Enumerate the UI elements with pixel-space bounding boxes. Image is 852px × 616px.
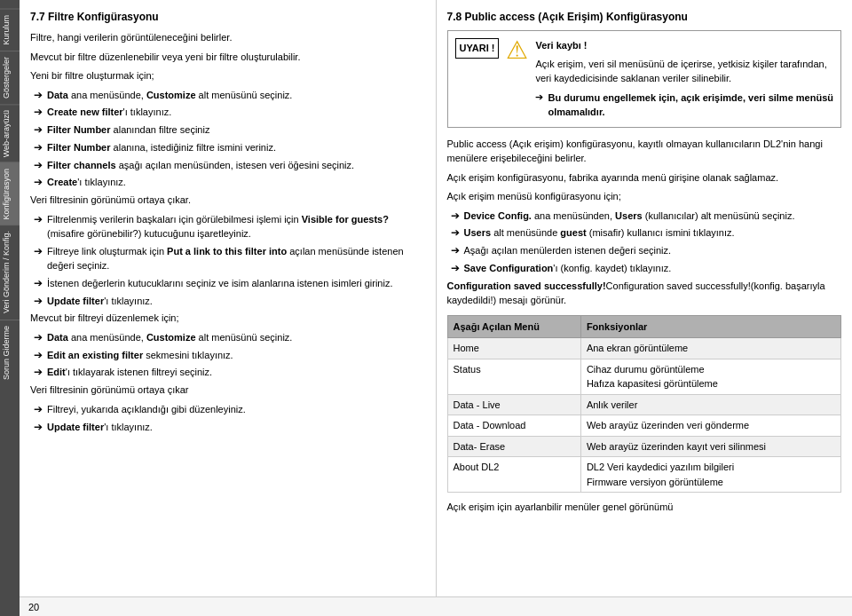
arrow-icon-r2: ➔ <box>451 225 460 241</box>
arrow-icon-r1: ➔ <box>451 209 460 224</box>
right-para-1: Public access (Açık erişim) konfigürasyo… <box>447 137 842 166</box>
warning-text-1: Açık erişim, veri sil menüsünü de içerir… <box>535 57 833 86</box>
left-intro-1: Filtre, hangi verilerin görüntüleneceğin… <box>30 30 425 45</box>
new-filter-item-4: ➔ Filter Number alanına, istediğiniz fil… <box>30 140 425 155</box>
new-filter-heading: Yeni bir filtre oluşturmak için; <box>30 68 425 83</box>
warning-icon: ⚠ <box>506 38 528 63</box>
table-col2-header: Fonksiyonlar <box>580 315 840 338</box>
sidebar: Kurulum Göstergeler Web-arayüzü Konfigür… <box>0 0 20 616</box>
warning-arrow: ➔ Bu durumu engellemek için, açık erişim… <box>535 91 833 120</box>
table-cell-func: Web arayüz üzerinden veri gönderme <box>580 415 840 437</box>
warning-box: UYARI ! ⚠ Veri kaybı ! Açık erişim, veri… <box>447 30 842 128</box>
arrow-icon-10: ➔ <box>34 294 43 309</box>
arrow-icon-1: ➔ <box>34 88 43 103</box>
right-section-heading: 7.8 Public access (Açık Erişim) Konfigür… <box>447 9 842 25</box>
sidebar-item-veri-gonderim[interactable]: Veri Gönderim / Konfig. <box>0 225 20 319</box>
arrow-icon-12: ➔ <box>34 348 43 363</box>
new-filter-item-5: ➔ Filter channels aşağı açılan menüsünde… <box>30 158 425 173</box>
page-footer: 20 <box>20 596 852 616</box>
warning-content: Veri kaybı ! Açık erişim, veri sil menüs… <box>535 38 833 120</box>
view-filter-2: Veri filtresinin görünümü ortaya çıkar <box>30 383 425 398</box>
config-saved-text: Configuration saved successfully!Configu… <box>447 279 842 308</box>
sidebar-item-sorun-giderme[interactable]: Sorun Giderme <box>0 320 20 385</box>
new-filter-item-6: ➔ Create'ı tıklayınız. <box>30 175 425 190</box>
right-para-4: Açık erişim için ayarlanbilir menüler ge… <box>447 500 842 515</box>
arrow-icon-6: ➔ <box>34 175 43 190</box>
table-cell-menu: Data- Erase <box>447 436 580 457</box>
table-row: StatusCihaz durumu görüntülemeHafıza kap… <box>447 359 841 394</box>
arrow-icon-13: ➔ <box>34 365 43 380</box>
sidebar-item-kurulum[interactable]: Kurulum <box>0 9 20 51</box>
view-filter-text: Veri filtresinin görünümü ortaya çıkar. <box>30 193 425 208</box>
table-cell-menu: Status <box>447 359 580 394</box>
table-cell-func: Ana ekran görüntüleme <box>580 338 840 359</box>
arrow-icon-r3: ➔ <box>451 243 460 258</box>
table-row: HomeAna ekran görüntüleme <box>447 338 841 359</box>
table-cell-menu: Data - Download <box>447 415 580 437</box>
table-col1-header: Aşağı Açılan Menü <box>447 315 580 338</box>
sidebar-item-web-arayuzu[interactable]: Web-arayüzü <box>0 104 20 162</box>
edit-item-2: ➔ Edit an existing filter sekmesini tıkl… <box>30 348 425 363</box>
sidebar-item-konfigurasyon[interactable]: Konfigürasyon <box>0 162 20 225</box>
edit-item-3: ➔ Edit'ı tıklayarak istenen filtreyi seç… <box>30 365 425 380</box>
warning-arrow-icon: ➔ <box>535 91 543 104</box>
table-cell-func: Anlık veriler <box>580 394 840 415</box>
left-intro-2: Mevcut bir filtre düzenlenebilir veya ye… <box>30 50 425 65</box>
functions-table: Aşağı Açılan Menü Fonksiyonlar HomeAna e… <box>447 315 842 494</box>
new-filter-item-3: ➔ Filter Number alanından filtre seçiniz <box>30 122 425 138</box>
arrow-icon-r4: ➔ <box>451 261 460 276</box>
visible-guests-item: ➔ Filtrelenmiş verilerin başkaları için … <box>30 212 425 241</box>
right-column: 7.8 Public access (Açık Erişim) Konfigür… <box>437 0 853 596</box>
table-row: Data - DownloadWeb arayüz üzerinden veri… <box>447 415 841 437</box>
arrow-icon-8: ➔ <box>34 244 43 259</box>
arrow-icon-4: ➔ <box>34 140 43 155</box>
edit-item-5: ➔ Update filter'ı tıklayınız. <box>30 420 425 435</box>
columns: 7.7 Filtre Konfigürasyonu Filtre, hangi … <box>20 0 852 596</box>
arrow-icon-15: ➔ <box>34 420 43 435</box>
sidebar-item-gostergeler[interactable]: Göstergeler <box>0 51 20 104</box>
edit-item-4: ➔ Filtreyi, yukarıda açıklandığı gibi dü… <box>30 402 425 417</box>
table-cell-menu: Home <box>447 338 580 359</box>
config-item-1: ➔ Device Config. ana menüsünden, Users (… <box>447 209 842 224</box>
table-cell-func: Cihaz durumu görüntülemeHafıza kapasites… <box>580 359 840 394</box>
new-filter-item-2: ➔ Create new filter'ı tıklayınız. <box>30 105 425 120</box>
arrow-icon-3: ➔ <box>34 122 43 138</box>
table-row: Data - LiveAnlık veriler <box>447 394 841 415</box>
config-item-2: ➔ Users alt menüsünde guest (misafir) ku… <box>447 225 842 241</box>
table-cell-menu: About DL2 <box>447 457 580 493</box>
arrow-icon-11: ➔ <box>34 330 43 345</box>
edit-heading: Mevcut bir filtreyi düzenlemek için; <box>30 311 425 326</box>
warning-label: UYARI ! <box>455 38 500 59</box>
config-item-4: ➔ Save Configuration'ı (konfig. kaydet) … <box>447 261 842 276</box>
new-filter-item-1: ➔ Data ana menüsünde, Customize alt menü… <box>30 88 425 103</box>
update-filter-item-1: ➔ Update filter'ı tıklayınız. <box>30 294 425 309</box>
page-number: 20 <box>28 602 39 612</box>
table-cell-func: Web arayüz üzerinden kayıt veri silinmes… <box>580 436 840 457</box>
right-para-3: Açık erişim menüsü konfigürasyonu için; <box>447 189 842 204</box>
left-column: 7.7 Filtre Konfigürasyonu Filtre, hangi … <box>20 0 437 596</box>
left-section-heading: 7.7 Filtre Konfigürasyonu <box>30 9 425 25</box>
select-fields-item: ➔ İstenen değerlerin kutucuklarını seçin… <box>30 276 425 291</box>
warning-title: Veri kaybı ! <box>535 38 833 53</box>
table-cell-func: DL2 Veri kaydedici yazılım bilgileriFirm… <box>580 457 840 493</box>
table-row: About DL2DL2 Veri kaydedici yazılım bilg… <box>447 457 841 493</box>
put-link-item: ➔ Filtreye link oluşturmak için Put a li… <box>30 244 425 273</box>
table-cell-menu: Data - Live <box>447 394 580 415</box>
arrow-icon-14: ➔ <box>34 402 43 417</box>
arrow-icon-7: ➔ <box>34 212 43 227</box>
right-para-2: Açık erişim konfigürasyonu, fabrika ayar… <box>447 170 842 186</box>
edit-item-1: ➔ Data ana menüsünde, Customize alt menü… <box>30 330 425 345</box>
config-item-3: ➔ Aşağı açılan menülerden istenen değeri… <box>447 243 842 258</box>
arrow-icon-5: ➔ <box>34 158 43 173</box>
main-content: 7.7 Filtre Konfigürasyonu Filtre, hangi … <box>20 0 852 616</box>
arrow-icon-2: ➔ <box>34 105 43 120</box>
table-row: Data- EraseWeb arayüz üzerinden kayıt ve… <box>447 436 841 457</box>
arrow-icon-9: ➔ <box>34 276 43 291</box>
